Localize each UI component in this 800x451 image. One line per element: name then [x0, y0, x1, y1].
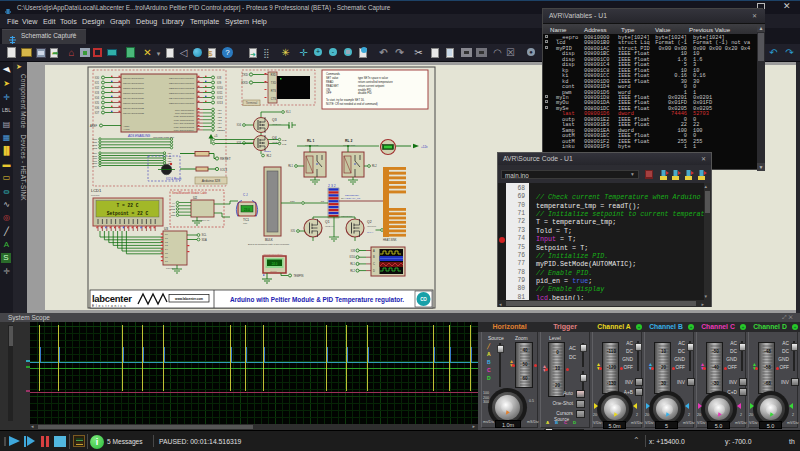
svg-text:U3: U3: [164, 227, 168, 231]
svg-text:IO19: IO19: [92, 165, 98, 167]
svg-text:IO13: IO13: [220, 168, 227, 172]
svg-text:C J: C J: [243, 193, 248, 197]
svg-text:PD3/RXD/PCINT19: PD3/RXD/PCINT19: [123, 92, 145, 95]
svg-text:A: A: [373, 249, 375, 253]
svg-text:Q1: Q1: [325, 220, 330, 224]
svg-text:TC1: TC1: [290, 200, 295, 203]
svg-text:TEMPIN: TEMPIN: [294, 274, 304, 278]
svg-text:SCK: SCK: [171, 205, 176, 207]
svg-text:TEC12706: TEC12706: [341, 215, 353, 218]
svg-text:RESET: RESET: [217, 129, 226, 132]
svg-text:TrueTemperature: TrueTemperature: [264, 253, 284, 256]
svg-text:GND: GND: [170, 214, 175, 216]
svg-text:SDA: SDA: [202, 238, 208, 242]
svg-text:QC: QC: [321, 200, 325, 202]
svg-text:PC2/ADC2/PCINT10: PC2/ADC2/PCINT10: [174, 115, 195, 117]
svg-text:232: 232: [328, 184, 337, 188]
svg-text:RXD: RXD: [271, 73, 277, 77]
svg-text:return controlled temperature: return controlled temperature: [358, 80, 393, 84]
svg-text:PC5/ADC5/PCINT13: PC5/ADC5/PCINT13: [174, 126, 195, 128]
svg-text:IO0: IO0: [95, 76, 100, 80]
svg-text:PD6/RXD/PCINT22: PD6/RXD/PCINT22: [123, 107, 145, 110]
svg-text:IO8: IO8: [351, 249, 356, 253]
svg-text:enable PID: enable PID: [358, 88, 371, 92]
svg-text:IO11: IO11: [217, 91, 223, 95]
svg-text:RL 1: RL 1: [307, 139, 314, 143]
svg-text:To start, try for example SET: To start, try for example SET 16.: [326, 98, 365, 102]
svg-text:IO8: IO8: [217, 76, 222, 80]
svg-text:CO: CO: [420, 297, 427, 302]
svg-text:PB3/ICP1/CLK/PCINT3: PB3/ICP1/CLK/PCINT3: [169, 92, 195, 95]
svg-text:PC0/ADC0/PCINT8: PC0/ADC0/PCINT8: [175, 109, 195, 111]
svg-text:PC6/ADC6/PCINT14: PC6/ADC6/PCINT14: [174, 129, 195, 131]
svg-text:labcenter: labcenter: [92, 293, 132, 304]
svg-text:RL 2: RL 2: [345, 139, 352, 143]
svg-text:Terminal: Terminal: [246, 101, 258, 105]
svg-text:RL2: RL2: [267, 154, 272, 158]
svg-text:IRF2444: IRF2444: [272, 141, 282, 144]
svg-text:PC4/ADC4/PCINT12: PC4/ADC4/PCINT12: [174, 122, 195, 124]
svg-text:TXD: TXD: [242, 73, 249, 77]
svg-text:Electronics: Electronics: [92, 304, 127, 308]
svg-text:T = 22 C: T = 22 C: [116, 203, 138, 208]
svg-text:PD7/RXD/PCINT23: PD7/RXD/PCINT23: [123, 112, 145, 115]
svg-text:C: C: [373, 262, 375, 266]
svg-text:PB5/ICP1/CLK/PCINT5: PB5/ICP1/CLK/PCINT5: [169, 102, 195, 105]
svg-text:VH: VH: [172, 202, 175, 204]
svg-text:IO12: IO12: [217, 96, 223, 100]
svg-text:IO4: IO4: [95, 96, 100, 100]
svg-text:RL1: RL1: [288, 164, 293, 168]
svg-text:RTS: RTS: [271, 89, 276, 93]
svg-text:23.0: 23.0: [244, 208, 250, 212]
svg-text:DegC: DegC: [271, 270, 277, 273]
svg-text:IO10: IO10: [217, 86, 223, 90]
svg-text:IO5: IO5: [291, 229, 296, 233]
svg-text:PD4/RXD/PCINT20: PD4/RXD/PCINT20: [123, 97, 145, 100]
svg-text:PD2/RXD/PCINT18: PD2/RXD/PCINT18: [123, 87, 145, 90]
svg-text:PD1/RXD/PCINT17: PD1/RXD/PCINT17: [123, 82, 145, 85]
svg-text:PB4/ICP1/CLK/PCINT4: PB4/ICP1/CLK/PCINT4: [169, 97, 195, 100]
svg-text:Setpoint = 22 C: Setpoint = 22 C: [107, 211, 149, 216]
svg-text:PC3/ADC3/PCINT11: PC3/ADC3/PCINT11: [174, 119, 195, 121]
svg-text:Bulk is an aluminum plate of 5: Bulk is an aluminum plate of 50x40x10mm: [248, 243, 289, 245]
svg-text:PD5/RXD/PCINT21: PD5/RXD/PCINT21: [123, 102, 145, 105]
svg-text:Q4: Q4: [272, 136, 277, 140]
svg-text:ARMB: ARMB: [169, 208, 176, 210]
svg-text:U2: U2: [193, 196, 197, 200]
svg-text:RXB: RXB: [282, 139, 287, 141]
svg-text:TD: TD: [172, 211, 175, 213]
svg-text:IO13: IO13: [92, 147, 98, 149]
svg-text:IO9: IO9: [217, 81, 222, 85]
svg-text:www.labcenter.com: www.labcenter.com: [174, 297, 203, 301]
svg-text:IO3: IO3: [237, 141, 242, 145]
svg-text:VO(DA)TA_TN: VO(DA)TA_TN: [345, 197, 360, 200]
svg-text:return current setpoint: return current setpoint: [358, 84, 385, 88]
svg-text:IO10: IO10: [349, 255, 355, 259]
svg-text:ON: ON: [326, 88, 330, 92]
svg-text:OFF: OFF: [326, 91, 332, 95]
svg-text:IO5: IO5: [95, 101, 100, 105]
svg-text:ICS MOSI MISO SCK: ICS MOSI MISO SCK: [153, 136, 175, 138]
svg-text:IRF2444: IRF2444: [272, 123, 282, 126]
svg-text:PB0/ICP1/CLK/PCINT0: PB0/ICP1/CLK/PCINT0: [169, 77, 195, 80]
svg-text:CH(A): CH(A): [367, 231, 374, 233]
svg-text:BULK: BULK: [265, 238, 273, 242]
svg-text:GND2: GND2: [264, 150, 271, 153]
svg-text:AVCC: AVCC: [123, 128, 130, 131]
svg-text:IO2: IO2: [95, 86, 100, 90]
svg-text:HEAT-SINK: HEAT-SINK: [383, 238, 397, 242]
svg-text:Q3: Q3: [272, 118, 277, 122]
svg-text:READ: READ: [326, 80, 334, 84]
svg-text:IO1: IO1: [95, 81, 100, 85]
svg-text:RESET: RESET: [220, 157, 231, 161]
svg-text:PC1/ADC1/PCINT9: PC1/ADC1/PCINT9: [175, 112, 195, 114]
svg-text:TXD: TXD: [271, 81, 276, 85]
svg-text:PB2/ICP1/CLK/PCINT2: PB2/ICP1/CLK/PCINT2: [169, 87, 195, 90]
svg-text:READSET: READSET: [326, 84, 339, 88]
svg-text:CTS: CTS: [271, 97, 276, 101]
svg-text:Arduino 328: Arduino 328: [202, 179, 220, 183]
svg-text:IO7: IO7: [95, 111, 100, 115]
svg-text:PCF8574: PCF8574: [166, 267, 177, 270]
svg-text:PELTIER(SP): PELTIER(SP): [345, 194, 359, 196]
svg-text:Serial/Bluetooth Module Cable: Serial/Bluetooth Module Cable: [172, 191, 208, 195]
